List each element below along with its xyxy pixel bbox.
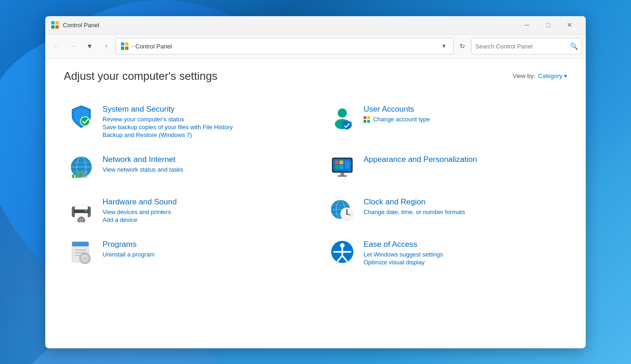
view-by-dropdown[interactable]: Category ▾ [538, 72, 567, 79]
svg-point-53 [346, 213, 348, 215]
svg-rect-21 [75, 173, 78, 178]
system-security-icon [67, 103, 95, 131]
search-field[interactable]: 🔍 [471, 38, 582, 54]
category-hardware-sound[interactable]: Hardware and Sound View devices and prin… [64, 190, 306, 229]
window-icon [51, 21, 59, 29]
svg-rect-12 [367, 116, 370, 119]
svg-rect-22 [79, 171, 81, 178]
programs-text: Programs Uninstall a program [103, 238, 303, 258]
svg-point-9 [338, 108, 347, 118]
ease-of-access-link-2[interactable]: Optimize visual display [364, 259, 564, 266]
category-system-security[interactable]: System and Security Review your computer… [64, 97, 306, 144]
svg-rect-55 [72, 242, 89, 246]
svg-rect-7 [125, 47, 128, 50]
system-security-link-2[interactable]: Save backup copies of your files with Fi… [103, 124, 303, 131]
svg-rect-11 [364, 116, 366, 119]
svg-rect-31 [345, 161, 350, 169]
close-button[interactable]: ✕ [559, 18, 580, 32]
user-accounts-icon [328, 103, 356, 131]
up-button[interactable]: ↑ [99, 39, 114, 54]
breadcrumb: › Control Panel [132, 43, 437, 50]
up-icon: ↑ [105, 42, 108, 50]
svg-point-8 [80, 117, 90, 126]
svg-point-43 [81, 220, 82, 221]
appearance-title[interactable]: Appearance and Personalization [364, 155, 564, 164]
svg-point-64 [340, 243, 345, 248]
ease-of-access-icon [328, 238, 356, 266]
svg-rect-3 [55, 25, 59, 29]
programs-icon [67, 238, 95, 266]
back-button[interactable]: ← [49, 39, 64, 54]
category-network-internet[interactable]: Network and Internet View network status… [64, 148, 306, 186]
hardware-sound-icon [67, 196, 95, 223]
control-panel-window: Control Panel ─ □ ✕ ← → ▼ ↑ [45, 16, 586, 348]
clock-region-text: Clock and Region Change date, time, or n… [364, 196, 564, 215]
maximize-button[interactable]: □ [538, 18, 559, 32]
svg-rect-29 [335, 165, 339, 169]
network-internet-text: Network and Internet View network status… [103, 153, 303, 173]
hardware-sound-link-1[interactable]: View devices and printers [103, 209, 303, 215]
ease-of-access-text: Ease of Access Let Windows suggest setti… [364, 238, 564, 266]
user-accounts-link-1[interactable]: Change account type [364, 116, 564, 123]
category-appearance[interactable]: Appearance and Personalization [325, 148, 567, 186]
forward-button[interactable]: → [66, 39, 80, 54]
titlebar: Control Panel ─ □ ✕ [45, 16, 586, 35]
system-security-link-3[interactable]: Backup and Restore (Windows 7) [103, 131, 303, 138]
hardware-sound-title[interactable]: Hardware and Sound [103, 197, 303, 207]
user-accounts-text: User Accounts Change account type [364, 103, 564, 123]
svg-rect-5 [125, 42, 128, 46]
clock-region-title[interactable]: Clock and Region [364, 197, 564, 207]
svg-rect-20 [72, 174, 74, 178]
system-security-link-1[interactable]: Review your computer's status [103, 116, 303, 123]
page-title: Adjust your computer's settings [64, 70, 218, 83]
network-internet-link-1[interactable]: View network status and tasks [103, 166, 303, 173]
forward-icon: → [70, 42, 76, 50]
svg-rect-2 [51, 25, 55, 29]
dropdown-icon: ▼ [86, 42, 93, 50]
ease-of-access-link-1[interactable]: Let Windows suggest settings [364, 251, 564, 258]
refresh-icon: ↻ [460, 42, 465, 50]
view-by: View by: Category ▾ [513, 72, 567, 79]
category-programs[interactable]: Programs Uninstall a program [64, 233, 306, 271]
svg-rect-30 [340, 165, 343, 169]
programs-link-1[interactable]: Uninstall a program [103, 251, 303, 258]
appearance-text: Appearance and Personalization [364, 153, 564, 166]
categories-grid: System and Security Review your computer… [64, 97, 567, 271]
ease-of-access-title[interactable]: Ease of Access [364, 240, 564, 249]
svg-rect-28 [340, 161, 343, 164]
clock-region-link-1[interactable]: Change date, time, or number formats [364, 209, 564, 215]
svg-point-40 [85, 209, 87, 212]
svg-rect-13 [364, 120, 366, 123]
programs-title[interactable]: Programs [103, 240, 303, 249]
category-user-accounts[interactable]: User Accounts Change account type [325, 97, 567, 144]
address-icon [121, 42, 129, 50]
system-security-text: System and Security Review your computer… [103, 103, 303, 138]
svg-point-62 [85, 257, 86, 259]
svg-rect-33 [338, 175, 347, 177]
user-accounts-title[interactable]: User Accounts [364, 105, 564, 114]
refresh-button[interactable]: ↻ [455, 39, 469, 53]
category-ease-of-access[interactable]: Ease of Access Let Windows suggest setti… [325, 233, 567, 271]
window-title: Control Panel [63, 22, 516, 29]
hardware-sound-link-2[interactable]: Add a device [103, 216, 303, 223]
network-internet-icon [67, 153, 95, 181]
breadcrumb-separator: › [132, 43, 133, 49]
system-security-title[interactable]: System and Security [103, 105, 303, 114]
minimize-button[interactable]: ─ [516, 18, 538, 32]
address-field[interactable]: › Control Panel ▼ [115, 38, 454, 54]
search-icon: 🔍 [570, 42, 578, 50]
category-clock-region[interactable]: Clock and Region Change date, time, or n… [325, 190, 567, 229]
main-content: Adjust your computer's settings View by:… [45, 59, 586, 348]
svg-rect-1 [55, 21, 59, 24]
breadcrumb-current: Control Panel [135, 43, 172, 50]
recent-locations-button[interactable]: ▼ [82, 39, 97, 54]
svg-rect-0 [51, 21, 55, 24]
breadcrumb-dropdown-button[interactable]: ▼ [439, 42, 449, 50]
svg-rect-6 [121, 47, 124, 50]
appearance-icon [328, 153, 356, 181]
network-internet-title[interactable]: Network and Internet [103, 155, 303, 164]
search-input[interactable] [475, 43, 570, 50]
svg-rect-23 [82, 171, 84, 178]
svg-rect-24 [85, 171, 87, 178]
svg-rect-4 [121, 42, 124, 46]
